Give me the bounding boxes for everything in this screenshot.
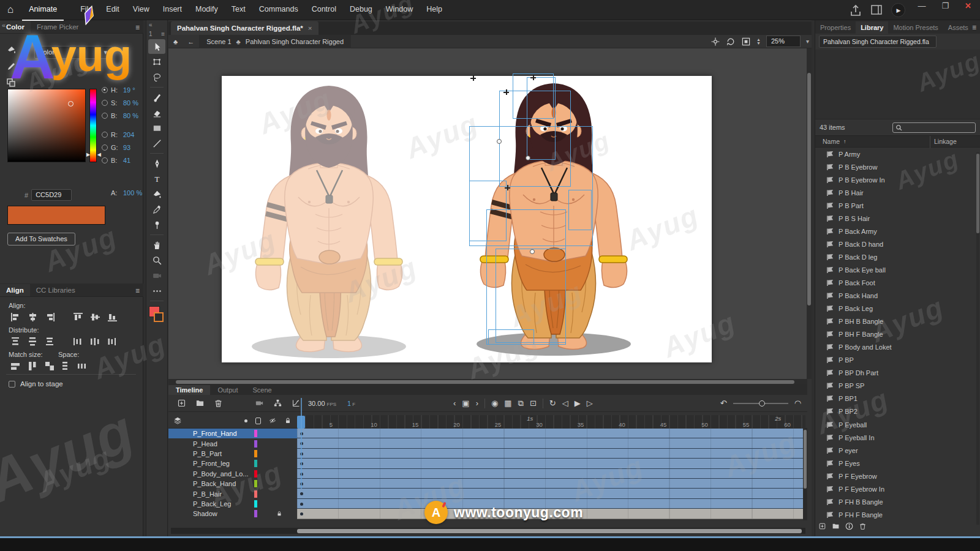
library-item[interactable]: P Back Leg	[815, 302, 980, 315]
menu-edit[interactable]: Edit	[99, 0, 126, 21]
back-arrow-icon[interactable]: ←	[187, 38, 194, 45]
fit-timeline-icon[interactable]: ◠	[794, 399, 801, 408]
library-item-name[interactable]: P B Hair	[839, 189, 864, 197]
zoom-stepper[interactable]: ▲▼	[756, 38, 761, 45]
more-tool[interactable]	[148, 283, 165, 298]
layer-row-Shadow[interactable]: Shadow	[168, 509, 297, 519]
step-back-icon[interactable]: ‹	[453, 399, 456, 408]
delete-layer-icon[interactable]	[211, 397, 225, 410]
library-item[interactable]: P F Eyebrow	[815, 470, 980, 482]
previous-frame-icon[interactable]: ◁	[562, 399, 568, 408]
new-symbol-icon[interactable]	[818, 522, 826, 530]
library-item-name[interactable]: P BH F Bangle	[839, 331, 883, 338]
frame-span-P_Front_leg[interactable]	[297, 459, 805, 468]
overlap-swatch-icon[interactable]	[6, 78, 17, 88]
close-button[interactable]: ✕	[961, 0, 975, 12]
library-item-name[interactable]: P Eyeball	[839, 421, 867, 429]
layer-name[interactable]: P_B_Part	[193, 450, 222, 457]
library-item-name[interactable]: P FH F Bangle	[839, 511, 883, 519]
tab-frame-picker[interactable]: Frame Picker	[31, 21, 85, 33]
layer-row-P_Front_leg[interactable]: P_Front_leg	[168, 459, 297, 468]
layer-name[interactable]: Shadow	[193, 510, 217, 517]
blue-value[interactable]: 41	[123, 157, 130, 164]
align-right-icon[interactable]	[43, 312, 56, 323]
brightness-radio[interactable]	[102, 113, 108, 119]
current-frame-value[interactable]: 1	[347, 400, 351, 407]
library-item[interactable]: P B S Hair	[815, 212, 980, 225]
breadcrumb-scene[interactable]: Scene 1	[206, 38, 231, 45]
tab-align[interactable]: Align	[0, 284, 30, 296]
hand-tool[interactable]	[148, 238, 165, 252]
frame-span-P_Back_Leg[interactable]	[297, 499, 805, 509]
library-item[interactable]: P FH F Bangle	[815, 508, 980, 521]
outline-column-icon[interactable]	[255, 418, 261, 424]
selection-bounding-box[interactable]	[496, 249, 566, 343]
layer-row-P_Back_Leg[interactable]: P_Back_Leg	[168, 499, 297, 509]
library-item-name[interactable]: P F Eyebrow	[839, 473, 877, 480]
library-item-name[interactable]: P BP	[839, 356, 854, 364]
library-item-name[interactable]: P B Part	[839, 202, 864, 209]
layer-row-P_Head[interactable]: P_Head	[168, 438, 297, 448]
close-tab-icon[interactable]: ×	[308, 24, 312, 32]
layer-row-P_Front_Hand[interactable]: P_Front_Hand	[168, 429, 297, 438]
paint-bucket-tool[interactable]	[148, 187, 165, 201]
alpha-value[interactable]: 100 %	[123, 189, 142, 197]
panel-menu-icon[interactable]: ≡	[135, 287, 140, 295]
timeline-horizontal-scrollbar[interactable]	[171, 528, 805, 534]
library-search-input[interactable]	[892, 122, 976, 133]
library-item-name[interactable]: P Eyes	[839, 460, 860, 467]
fill-color-tool-icon[interactable]	[6, 45, 17, 55]
menu-text[interactable]: Text	[225, 0, 252, 21]
collapse-panel-icon[interactable]: «	[2, 21, 6, 29]
transformation-point[interactable]	[497, 139, 502, 144]
modify-markers-icon[interactable]: ⊡	[530, 399, 537, 408]
timeline-vertical-scrollbar[interactable]	[803, 429, 807, 520]
library-item[interactable]: P Body and Loket	[815, 341, 980, 354]
timeline-zoom-slider[interactable]	[733, 403, 788, 404]
zoom-level-input[interactable]: 25%	[766, 36, 801, 47]
layer-row-P_B_Hair[interactable]: P_B_Hair	[168, 489, 297, 498]
library-item[interactable]: P F Eyebrow In	[815, 482, 980, 495]
new-folder-icon[interactable]	[192, 397, 207, 410]
menu-modify[interactable]: Modify	[189, 0, 225, 21]
library-item[interactable]: P Back D leg	[815, 250, 980, 263]
center-frame-icon[interactable]	[710, 37, 720, 47]
distribute-right-icon[interactable]	[105, 336, 119, 347]
distribute-middle-icon[interactable]	[26, 336, 39, 347]
space-horizontal-icon[interactable]	[75, 361, 89, 372]
library-item-name[interactable]: P Back Hand	[839, 292, 878, 299]
delete-item-icon[interactable]	[859, 522, 867, 530]
layer-name[interactable]: P_Head	[193, 440, 217, 448]
menu-view[interactable]: View	[126, 0, 156, 21]
asset-warp-tool[interactable]	[148, 217, 165, 232]
frame-span-P_Head[interactable]	[297, 438, 805, 448]
library-item-name[interactable]: P BP Dh Part	[839, 369, 878, 377]
green-radio[interactable]	[102, 144, 108, 151]
frame-span-P_B_Part[interactable]	[297, 449, 805, 459]
layer-row-P_Back_Hand[interactable]: P_Back_Hand	[168, 479, 297, 489]
edit-symbols-icon[interactable]: ♣	[173, 38, 178, 45]
brush-tool[interactable]	[148, 90, 165, 105]
stroke-color-swatch[interactable]	[154, 312, 164, 322]
library-item[interactable]: P Back Eye ball	[815, 263, 980, 276]
library-item-name[interactable]: P Back D leg	[839, 253, 877, 261]
hue-slider-arrows[interactable]: ▶◀	[86, 152, 101, 157]
reset-timeline-zoom-icon[interactable]: ↶	[720, 399, 727, 408]
item-properties-icon[interactable]	[845, 522, 853, 530]
hide-all-layers-icon[interactable]	[269, 417, 276, 424]
tab-cc-libraries[interactable]: CC Libraries	[30, 284, 81, 296]
rotation-icon[interactable]	[726, 37, 736, 47]
layer-row-P_B_Part[interactable]: P_B_Part	[168, 449, 297, 459]
library-item[interactable]: P Eyeball In	[815, 431, 980, 444]
menu-animate[interactable]: Animate	[22, 0, 64, 21]
timeline-tab-output[interactable]: Output	[210, 385, 245, 395]
saturation-value[interactable]: 80 %	[123, 99, 138, 107]
library-item-name[interactable]: P BP1	[839, 395, 858, 402]
stroke-color-tool-icon[interactable]	[6, 61, 17, 72]
match-width-height-icon[interactable]	[43, 361, 56, 372]
menu-window[interactable]: Window	[379, 0, 420, 21]
library-item[interactable]: P BP	[815, 354, 980, 367]
align-bottom-icon[interactable]	[105, 312, 119, 323]
free-transform-tool[interactable]	[148, 54, 165, 69]
hue-value[interactable]: 19 °	[123, 86, 135, 94]
